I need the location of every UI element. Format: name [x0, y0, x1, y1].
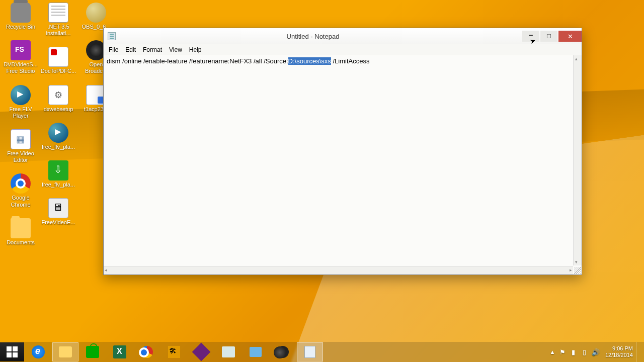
desktop-icon-free-flv-player[interactable]: Free FLV Player	[3, 85, 39, 119]
icon-label: FreeVideoE...	[40, 219, 76, 226]
icon-label: Recycle Bin	[3, 24, 39, 30]
scrollbar-horizontal[interactable]	[104, 266, 573, 275]
clock-date: 12/18/2014	[605, 352, 633, 358]
desktop-icon-documents[interactable]: Documents	[3, 218, 39, 246]
taskbar-ie-button[interactable]	[25, 342, 51, 361]
sysinfo-icon	[222, 346, 235, 357]
security-icon[interactable]: ⚑	[558, 347, 567, 356]
show-desktop-button[interactable]	[636, 342, 640, 362]
menu-file[interactable]: File	[105, 45, 122, 54]
desktop-icon-free-flv-pla-[interactable]: free_flv_pla...	[40, 123, 76, 150]
text-selection: D:\sources\sxs	[288, 57, 331, 65]
system-tray: ▲ ⚑ ▮ ▯ 🔊 9:06 PM 12/18/2014	[548, 342, 644, 362]
taskbar-store-button[interactable]	[79, 342, 106, 361]
remote-icon	[250, 347, 262, 357]
explorer-icon	[59, 346, 72, 357]
desktop-icon-recycle-bin[interactable]: Recycle Bin	[3, 3, 39, 30]
fs-icon	[11, 40, 31, 60]
obs-icon	[277, 346, 289, 358]
icon-label: Free FLV Player	[3, 106, 39, 119]
icon-label: dxwebsetup	[40, 106, 76, 113]
taskbar-start-button[interactable]	[0, 342, 24, 361]
taskbar-sysinfo-button[interactable]	[215, 342, 242, 361]
taskbar-obs-button[interactable]	[270, 342, 296, 361]
network-icon[interactable]: ▯	[580, 347, 589, 356]
minimize-button[interactable]	[522, 31, 539, 42]
icon-label: free_flv_pla...	[40, 144, 76, 150]
pdf-icon	[48, 47, 68, 67]
taskbar-excel-button[interactable]	[107, 342, 133, 361]
setup-icon	[48, 85, 68, 105]
util-icon	[48, 198, 68, 218]
desktop-icon-google-chrome[interactable]: Google Chrome	[3, 173, 39, 208]
window-title: Untitled - Notepad	[119, 33, 522, 40]
green-icon	[48, 160, 68, 180]
chrome-icon	[11, 173, 31, 194]
desktop-icon-free-video-editor[interactable]: Free Video Editor	[3, 129, 39, 163]
maximize-button[interactable]	[540, 31, 557, 42]
notepad-icon	[108, 32, 116, 40]
desktop-icon-freevideoe-[interactable]: FreeVideoE...	[40, 198, 76, 226]
clock[interactable]: 9:06 PM 12/18/2014	[605, 345, 633, 358]
taskbar: ▲ ⚑ ▮ ▯ 🔊 9:06 PM 12/18/2014	[0, 342, 644, 362]
store-icon	[86, 346, 99, 358]
bin-icon	[11, 3, 31, 23]
desktop-icon--net-3-5-installati-[interactable]: .NET 3.5 installati...	[40, 3, 76, 37]
desktop-icon-obs-0-6-[interactable]: OBS_0_6...	[78, 3, 114, 30]
tools-icon	[168, 346, 180, 358]
close-button[interactable]	[558, 31, 582, 42]
titlebar[interactable]: Untitled - Notepad	[104, 28, 582, 44]
desktop-icon-doctopdfc-[interactable]: DocToPDFC...	[40, 47, 76, 74]
taskbar-explorer-button[interactable]	[52, 342, 78, 361]
notepad-icon	[304, 346, 315, 358]
scrollbar-vertical[interactable]	[573, 55, 582, 265]
folder-icon	[11, 218, 31, 238]
volume-icon[interactable]: 🔊	[591, 347, 600, 356]
menubar: File Edit Format View Help	[104, 44, 582, 55]
vid-icon	[11, 129, 31, 149]
menu-help[interactable]: Help	[186, 45, 205, 54]
taskbar-chrome-button[interactable]	[134, 342, 160, 361]
taskbar-vs-button[interactable]	[188, 342, 214, 361]
desktop-icon-free-flv-pla-[interactable]: free_flv_pla...	[40, 160, 76, 188]
doc-icon	[48, 3, 68, 23]
vs-icon	[192, 343, 211, 361]
text-area[interactable]: dism /online /enable-feature /featurenam…	[104, 55, 582, 275]
play-icon	[11, 85, 31, 105]
resize-grip[interactable]	[574, 267, 581, 274]
text-after: /LimitAccess	[331, 57, 370, 65]
icon-label: Google Chrome	[3, 195, 39, 208]
menu-edit[interactable]: Edit	[122, 45, 139, 54]
menu-view[interactable]: View	[166, 45, 186, 54]
globe-icon	[86, 3, 106, 23]
start-icon	[7, 346, 18, 357]
chrome-icon	[141, 346, 153, 358]
icon-label: .NET 3.5 installati...	[40, 24, 76, 37]
ie-icon	[32, 345, 45, 358]
clock-time: 9:06 PM	[605, 345, 633, 352]
icon-label: free_flv_pla...	[40, 182, 76, 188]
text-before: dism /online /enable-feature /featurenam…	[107, 57, 288, 65]
notepad-window: Untitled - Notepad File Edit Format View…	[103, 28, 582, 275]
show-hidden-icons[interactable]: ▲	[549, 347, 556, 356]
menu-format[interactable]: Format	[139, 45, 166, 54]
play-icon	[48, 123, 68, 143]
desktop-icon-dvdvideos-free-studio[interactable]: DVDVideoS... Free Studio	[3, 40, 39, 74]
excel-icon	[113, 345, 126, 358]
desktop-icons: Recycle BinDVDVideoS... Free StudioFree …	[3, 3, 116, 256]
taskbar-remote-button[interactable]	[243, 342, 269, 361]
taskbar-tools-button[interactable]	[161, 342, 187, 361]
icon-label: DVDVideoS... Free Studio	[3, 61, 39, 74]
icon-label: DocToPDFC...	[40, 68, 76, 74]
taskbar-notepad-button[interactable]	[297, 342, 323, 361]
battery-icon[interactable]: ▮	[569, 347, 578, 356]
desktop-icon-dxwebsetup[interactable]: dxwebsetup	[40, 85, 76, 113]
icon-label: Free Video Editor	[3, 150, 39, 163]
icon-label: Documents	[3, 239, 39, 246]
